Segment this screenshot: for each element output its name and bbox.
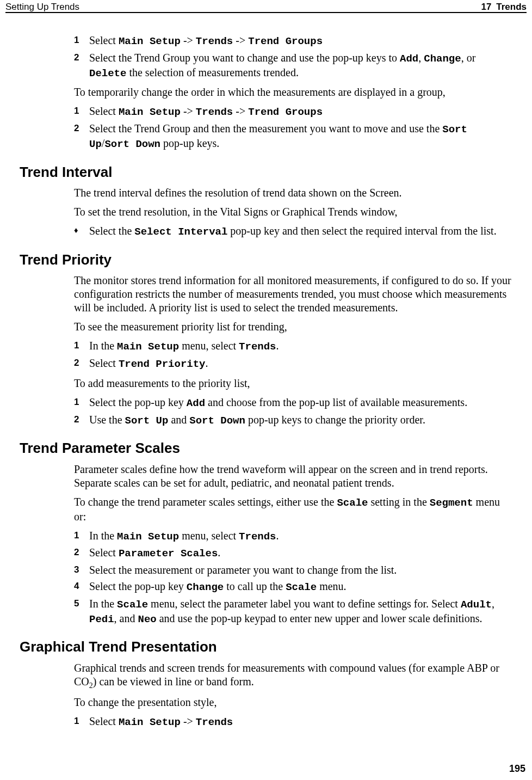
text: -> (233, 34, 248, 46)
running-head-right: 17 Trends (481, 1, 527, 13)
menu-name: Trends (239, 341, 276, 353)
running-head-left: Setting Up Trends (5, 1, 79, 13)
list-item: 2 Use the Sort Up and Sort Down pop-up k… (74, 413, 512, 428)
page-number: 195 (509, 763, 525, 775)
text: . (276, 340, 279, 352)
header-rule (5, 12, 527, 13)
ui-key: Change (187, 581, 224, 593)
text: In the (89, 530, 117, 542)
step-text: Select Main Setup -> Trends -> Trend Gro… (89, 34, 512, 48)
step-number: 2 (74, 546, 89, 561)
menu-path: Main Setup (119, 716, 181, 728)
list-item: 1 In the Main Setup menu, select Trends. (74, 339, 512, 354)
menu-path: Main Setup (119, 35, 181, 47)
step-text: Select the pop-up key Change to call up … (89, 580, 512, 594)
text: pop-up key and then select the required … (227, 225, 496, 237)
ui-key: Delete (89, 67, 126, 79)
text: . (276, 530, 279, 542)
menu-name: Scale (117, 599, 148, 611)
list-item: 1 In the Main Setup menu, select Trends. (74, 529, 512, 544)
text: pop-up keys to change the priority order… (245, 414, 425, 426)
trend-groups-steps: 1 Select Main Setup -> Trends -> Trend G… (74, 34, 512, 80)
graphical-steps: 1 Select Main Setup -> Trends (74, 715, 512, 729)
list-item: 1 Select Main Setup -> Trends -> Trend G… (74, 105, 512, 119)
content-area: 1 Select Main Setup -> Trends -> Trend G… (0, 15, 532, 729)
text: Select the (89, 225, 134, 237)
heading-trend-priority: Trend Priority (20, 251, 512, 269)
text: ) can be viewed in line or band form. (93, 675, 254, 687)
paragraph: Graphical trends and screen trends for m… (74, 661, 512, 691)
ui-option: Adult (461, 599, 492, 611)
menu-name: Trends (239, 531, 276, 543)
step-number: 1 (74, 715, 89, 729)
step-text: Select the Trend Group and then the meas… (89, 122, 512, 151)
text: -> (181, 105, 196, 117)
text: -> (233, 105, 248, 117)
text: Select the pop-up key (89, 396, 187, 408)
paragraph: To change the presentation style, (74, 696, 512, 709)
step-number: 4 (74, 580, 89, 594)
text: -> (181, 34, 196, 46)
menu-path: Trend Groups (248, 106, 323, 118)
chapter-name: Trends (496, 2, 527, 12)
step-number: 1 (74, 34, 89, 48)
text: to call up the (224, 580, 286, 592)
text: To change the trend parameter scales set… (74, 496, 337, 508)
list-item: 2 Select Trend Priority. (74, 357, 512, 371)
step-number: 1 (74, 396, 89, 410)
page: Setting Up Trends 17 Trends 1 Select Mai… (0, 0, 532, 780)
list-item: 5 In the Scale menu, select the paramete… (74, 597, 512, 627)
text: , (418, 52, 424, 64)
text: -> (181, 715, 196, 727)
menu-name: Trend Priority (119, 358, 206, 370)
text: Select (89, 715, 119, 727)
step-text: Select Main Setup -> Trends (89, 715, 512, 729)
step-text: In the Main Setup menu, select Trends. (89, 339, 512, 354)
list-item: 1 Select Main Setup -> Trends -> Trend G… (74, 34, 512, 48)
scales-steps: 1 In the Main Setup menu, select Trends.… (74, 529, 512, 627)
paragraph: The monitor stores trend information for… (74, 274, 512, 315)
text: Select the Trend Group you want to chang… (89, 52, 400, 64)
step-number: 5 (74, 597, 89, 627)
text: menu, select (179, 340, 239, 352)
step-text: Select Trend Priority. (89, 357, 512, 371)
ui-key: Add (187, 397, 205, 409)
ui-key: Sort Down (189, 415, 245, 427)
menu-path: Main Setup (119, 106, 181, 118)
step-number: 2 (74, 51, 89, 81)
text: the selection of measurements trended. (126, 66, 299, 78)
menu-path: Trends (196, 106, 233, 118)
paragraph: Parameter scales define how the trend wa… (74, 463, 512, 490)
menu-name: Main Setup (117, 341, 179, 353)
text: and (168, 414, 189, 426)
step-number: 2 (74, 122, 89, 151)
text: menu, select (179, 530, 239, 542)
text: setting in the (368, 496, 429, 508)
text: Select (89, 34, 119, 46)
paragraph: To temporarily change the order in which… (74, 85, 512, 99)
text: , and (114, 612, 138, 624)
text: menu, select the parameter label you wan… (148, 598, 461, 610)
menu-path: Trends (196, 35, 233, 47)
page-header: Setting Up Trends 17 Trends (0, 0, 532, 15)
step-text: Select Parameter Scales. (89, 546, 512, 561)
ui-key: Add (400, 53, 418, 65)
text: , or (461, 52, 476, 64)
step-number: 1 (74, 339, 89, 354)
step-text: Select Main Setup -> Trends -> Trend Gro… (89, 105, 512, 119)
priority-view-steps: 1 In the Main Setup menu, select Trends.… (74, 339, 512, 371)
heading-graphical-trend-presentation: Graphical Trend Presentation (20, 638, 512, 656)
heading-trend-interval: Trend Interval (20, 163, 512, 181)
chapter-number: 17 (481, 2, 492, 12)
bullet-text: Select the Select Interval pop-up key an… (89, 224, 512, 239)
step-number: 2 (74, 413, 89, 428)
step-number: 3 (74, 563, 89, 577)
text: Select (89, 105, 119, 117)
list-item: 1 Select the pop-up key Add and choose f… (74, 396, 512, 410)
text: , (492, 598, 494, 610)
bullet-list: ♦ Select the Select Interval pop-up key … (74, 224, 512, 239)
text: Select (89, 357, 119, 369)
text: pop-up keys. (160, 137, 219, 149)
text: Select (89, 546, 119, 558)
menu-name: Segment (430, 497, 473, 509)
